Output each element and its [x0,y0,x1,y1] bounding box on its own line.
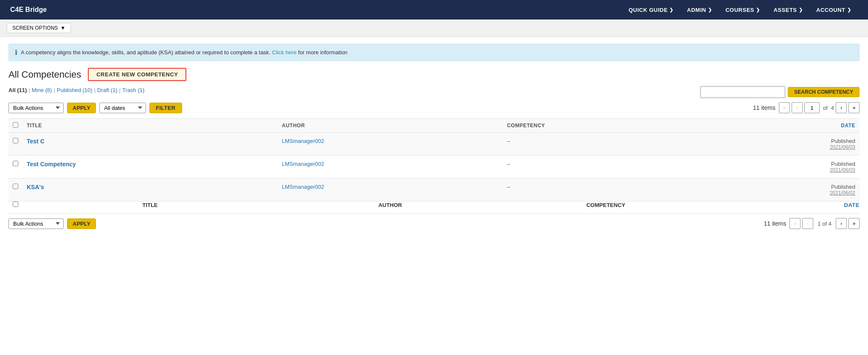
prev-page-btn-top[interactable]: ‹ [792,102,803,113]
last-page-btn-bottom[interactable]: » [848,218,860,229]
last-page-btn-top[interactable]: » [848,102,860,113]
row-competency-0: – [503,133,709,156]
select-all-checkbox-bottom[interactable] [13,201,18,207]
row-author-link-0[interactable]: LMSmanager002 [282,138,324,144]
select-all-header [8,119,22,133]
row-title-link-0[interactable]: Test C [27,138,45,145]
competency-header: COMPETENCY [503,119,709,133]
top-controls-right: 11 items « ‹ of 4 › » [753,102,860,113]
row-competency-1: – [503,156,709,179]
row-author-link-1[interactable]: LMSmanager002 [282,161,324,167]
author-header: AUTHOR [278,119,503,133]
account-arrow: ❯ [847,7,851,13]
nav-item-account[interactable]: ACCOUNT ❯ [809,0,858,20]
items-count-top: 11 items [753,104,775,111]
search-input[interactable] [700,86,785,98]
title-footer: TITLE [22,201,278,209]
filter-links: All (11) | Mine (8) | Published (10) | D… [8,87,144,93]
row-date-2: Published 2021/06/02 [709,179,860,201]
search-section: SEARCH COMPETENCY [700,86,860,98]
prev-page-btn-bottom[interactable]: ‹ [802,218,813,229]
info-banner: ℹ A competency aligns the knowledge, ski… [8,44,860,61]
row-competency-2: – [503,179,709,201]
items-count-bottom: 11 items [764,220,787,227]
nav-item-admin[interactable]: ADMIN ❯ [680,0,719,20]
row-title-link-2[interactable]: KSA's [27,184,44,190]
date-header: DATE [709,119,860,133]
nav-item-assets[interactable]: ASSETS ❯ [767,0,809,20]
row-title-link-1[interactable]: Test Competency [27,161,76,168]
page-of-bottom: 1 of 4 [817,221,831,227]
row-author-link-2[interactable]: LMSmanager002 [282,184,324,190]
bulk-actions-select-top[interactable]: Bulk Actions Edit Move to Trash [8,103,64,113]
apply-button-top[interactable]: APPLY [67,103,96,113]
filter-link-trash[interactable]: Trash (1) [122,87,144,93]
page-title: All Competencies [8,69,81,80]
page-header: All Competencies CREATE NEW COMPETENCY [8,68,860,81]
page-input-top[interactable] [804,102,820,113]
nav-links: QUICK GUIDE ❯ ADMIN ❯ COURSES ❯ ASSETS ❯… [622,0,858,20]
assets-arrow: ❯ [799,7,803,13]
table-row: KSA's LMSmanager002 – Published 2021/06/… [8,179,860,201]
search-competency-button[interactable]: SEARCH COMPETENCY [788,87,860,97]
date-footer: DATE [709,201,860,209]
pagination-top: « ‹ of 4 › » [779,102,860,113]
info-icon: ℹ [15,48,17,56]
next-page-btn-top[interactable]: › [836,102,847,113]
row-date-1: Published 2021/06/03 [709,156,860,179]
top-controls-row: Bulk Actions Edit Move to Trash APPLY Al… [8,102,860,113]
dates-select-top[interactable]: All dates [99,103,146,113]
row-checkbox-1[interactable] [13,161,18,166]
apply-button-bottom[interactable]: APPLY [67,218,96,229]
bottom-controls-left: Bulk Actions Edit Move to Trash APPLY [8,218,96,229]
top-navigation: C4E Bridge QUICK GUIDE ❯ ADMIN ❯ COURSES… [0,0,868,20]
screen-options-bar: SCREEN OPTIONS ▼ [0,20,868,37]
next-page-btn-bottom[interactable]: › [836,218,847,229]
bottom-controls-right: 11 items « ‹ 1 of 4 › » [764,218,860,229]
nav-item-courses[interactable]: COURSES ❯ [719,0,767,20]
create-competency-button[interactable]: CREATE NEW COMPETENCY [88,68,186,81]
row-checkbox-0[interactable] [13,138,18,143]
bottom-controls-row: Bulk Actions Edit Move to Trash APPLY 11… [8,213,860,229]
filter-link-all[interactable]: All (11) [8,87,27,93]
table-row: Test Competency LMSmanager002 – Publishe… [8,156,860,179]
filter-link-draft[interactable]: Draft (1) [97,87,118,93]
select-all-footer [8,201,22,209]
top-controls-left: Bulk Actions Edit Move to Trash APPLY Al… [8,103,182,113]
select-all-checkbox[interactable] [13,122,18,128]
table-footer-row: TITLE AUTHOR COMPETENCY DATE [8,201,860,209]
first-page-btn-bottom[interactable]: « [789,218,801,229]
pagination-bottom: « ‹ 1 of 4 › » [789,218,860,229]
quickguide-arrow: ❯ [669,7,674,13]
admin-arrow: ❯ [708,7,712,13]
click-here-link[interactable]: Click here [272,49,297,56]
row-checkbox-2[interactable] [13,184,18,189]
title-header: TITLE [22,119,278,133]
filter-link-published[interactable]: Published (10) [57,87,93,93]
main-content: ℹ A competency aligns the knowledge, ski… [0,37,868,355]
competencies-table: TITLE AUTHOR COMPETENCY DATE Test C LMSm… [8,118,860,208]
courses-arrow: ❯ [756,7,760,13]
first-page-btn-top[interactable]: « [779,102,790,113]
filter-link-mine[interactable]: Mine (8) [32,87,52,93]
table-header-row: TITLE AUTHOR COMPETENCY DATE [8,119,860,133]
author-footer: AUTHOR [278,201,503,209]
competency-footer: COMPETENCY [503,201,709,209]
brand-logo: C4E Bridge [10,6,47,14]
table-row: Test C LMSmanager002 – Published 2021/06… [8,133,860,156]
nav-item-quickguide[interactable]: QUICK GUIDE ❯ [622,0,680,20]
filter-button-top[interactable]: FILTER [149,103,182,113]
row-date-0: Published 2021/06/03 [709,133,860,156]
screen-options-button[interactable]: SCREEN OPTIONS ▼ [7,23,71,33]
bulk-actions-select-bottom[interactable]: Bulk Actions Edit Move to Trash [8,218,64,229]
